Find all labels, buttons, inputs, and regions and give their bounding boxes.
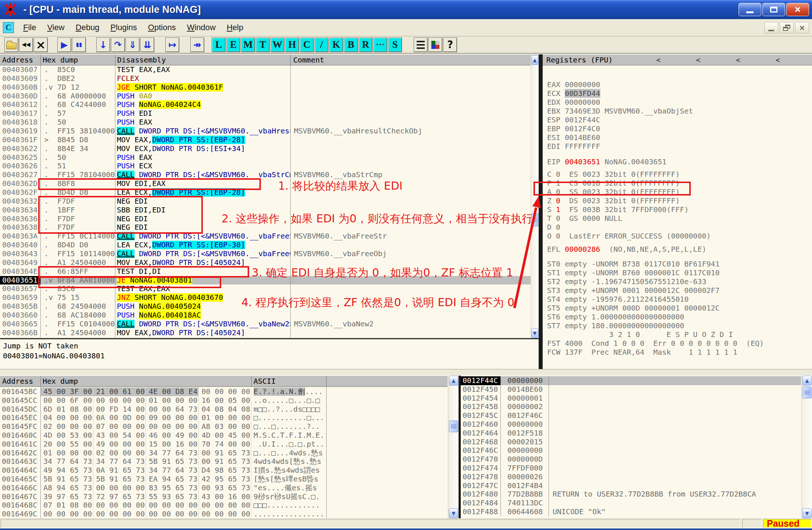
pause-button[interactable]: ▮▮ — [72, 37, 86, 52]
disasm-address[interactable]: 0040365B — [0, 302, 40, 311]
mdi-restore-button[interactable] — [780, 22, 794, 33]
disasm-row-00403625[interactable]: 00403625.50PUSH EAX — [0, 153, 531, 162]
step-into-button[interactable]: ↓ — [96, 37, 110, 52]
menu-window[interactable]: Window — [182, 21, 221, 34]
disasm-row-00403618[interactable]: 00403618.50PUSH EAX — [0, 118, 531, 127]
disasm-address[interactable]: 0040363A — [0, 232, 40, 241]
help-button[interactable]: ? — [443, 37, 457, 52]
disasm-address[interactable]: 00403660 — [0, 311, 40, 320]
register-line[interactable]: FCW 137F Prec NEAR,64 Mask 1 1 1 1 1 1 — [547, 348, 737, 357]
disasm-address[interactable]: 00403636 — [0, 215, 40, 223]
view-windows-button[interactable]: W — [270, 37, 284, 52]
stack-row-0012F450[interactable]: 0012F4500014BE60 — [461, 385, 801, 394]
disasm-row-00403649[interactable]: 00403649.A1 24504000MOV EAX,DWORD PTR DS… — [0, 258, 531, 267]
view-threads-button[interactable]: T — [256, 37, 270, 52]
register-line[interactable]: ST0 empty -UNORM B738 0117C010 BF61F941 — [547, 259, 720, 268]
disasm-row-00403632[interactable]: 00403632.F7DFNEG EDI — [0, 197, 531, 206]
disasm-address[interactable]: 00403651 — [0, 276, 40, 285]
disasm-address[interactable]: 0040366B — [0, 329, 40, 337]
register-line[interactable]: O 0 LastErr ERROR_SUCCESS (00000000) — [547, 232, 711, 240]
stack-row-0012F44C[interactable]: 0012F44C00000000 — [461, 376, 801, 385]
close-button[interactable]: × — [786, 3, 809, 16]
register-line[interactable]: A 0 SS 0023 32bit 0(FFFFFFFF) — [547, 187, 680, 196]
disasm-address[interactable]: 00403622 — [0, 144, 40, 153]
registers-history-arrows[interactable]: < < < < < — [656, 55, 811, 64]
disasm-address[interactable]: 00403607 — [0, 65, 40, 74]
minimize-button[interactable] — [739, 3, 761, 16]
view-memory-button[interactable]: M — [241, 37, 255, 52]
view-patches-button[interactable]: / — [315, 37, 328, 52]
disasm-address[interactable]: 00403665 — [0, 320, 40, 329]
maximize-button[interactable] — [762, 3, 785, 16]
disasm-row-00403651[interactable]: 00403651.v0F84 AA010000JE NoNAG.00403801 — [0, 276, 531, 285]
dump-col-ascii[interactable]: ASCII — [254, 377, 276, 386]
disasm-row-00403609[interactable]: 00403609.DBE2FCLEX — [0, 74, 531, 83]
disasm-address[interactable]: 0040361F — [0, 136, 40, 144]
menu-plugins[interactable]: Plugins — [105, 21, 143, 34]
mdi-minimize-button[interactable] — [764, 22, 778, 33]
register-line[interactable]: EDX 00000000 — [547, 98, 600, 107]
stack-row-0012F464[interactable]: 0012F4640012F518 — [461, 429, 801, 438]
disasm-row-0040361F[interactable]: 0040361F>8B45 D8MOV EAX,DWORD PTR SS:[EB… — [0, 136, 531, 144]
scroll-down-icon[interactable]: ▼ — [802, 508, 812, 518]
animate-into-button[interactable]: ⇓ — [126, 37, 140, 52]
panel-divider[interactable] — [539, 54, 543, 369]
cpu-window-icon[interactable]: C — [3, 22, 14, 33]
scroll-thumb[interactable] — [449, 420, 458, 432]
register-line[interactable]: EFL 00000286 (NO,NB,NE,A,S,PE,L,LE) — [547, 245, 706, 254]
register-line[interactable]: Z 0 DS 0023 32bit 0(FFFFFFFF) — [547, 196, 680, 205]
disasm-row-0040364E[interactable]: 0040364E.66:85FFTEST DI,DI — [0, 267, 531, 276]
dump-row-0016469C[interactable]: 0016469C00 00 00 0000 00 00 0000 00 00 0… — [0, 510, 448, 518]
disasm-row-0040362D[interactable]: 0040362D.8BF8MOV EDI,EAX — [0, 179, 531, 188]
scroll-down-icon[interactable]: ▼ — [531, 328, 538, 338]
dump-row-001645FC[interactable]: 001645FC02 00 00 0007 00 00 0000 00 00 0… — [0, 422, 448, 431]
menu-file[interactable]: File — [18, 21, 42, 34]
disasm-row-00403612[interactable]: 00403612.68 C4244000PUSH NoNAG.004024C4 — [0, 100, 531, 109]
stack-row-0012F45C[interactable]: 0012F45C0012F46C — [461, 411, 801, 420]
scroll-down-icon[interactable]: ▼ — [449, 508, 458, 518]
stack-row-0012F458[interactable]: 0012F45800000002 — [461, 402, 801, 411]
register-line[interactable]: S 1 FS 003B 32bit 7FFDF000(FFF) — [547, 205, 689, 214]
view-cpu-button[interactable]: C — [300, 37, 314, 52]
disasm-row-00403617[interactable]: 00403617.57PUSH EDI — [0, 109, 531, 118]
disasm-address[interactable]: 00403618 — [0, 118, 40, 127]
col-disassembly[interactable]: Disassembly — [117, 55, 166, 64]
dump-row-001645EC[interactable]: 001645EC04 00 00 000A 00 0D 0009 00 00 0… — [0, 413, 448, 422]
register-line[interactable]: ESI 0014BE60 — [547, 133, 600, 142]
view-executables-button[interactable]: E — [226, 37, 240, 52]
register-line[interactable]: ST5 empty +UNORM 000D 00000001 0000012C — [547, 304, 720, 312]
stack-scrollbar[interactable]: ▲ ▼ — [802, 376, 812, 518]
disasm-row-00403634[interactable]: 00403634.1BFFSBB EDI,EDI — [0, 206, 531, 215]
disasm-row-00403607[interactable]: 00403607.85C0TEST EAX,EAX — [0, 65, 531, 74]
stack-row-0012F488[interactable]: 0012F48800644608UNICODE "Ok" — [461, 508, 801, 516]
dump-row-0016465C[interactable]: 0016465C5B 91 65 735B 91 65 73EA 94 65 7… — [0, 475, 448, 484]
register-line[interactable]: EBX 73469E3D MSVBVM60.__vbaObjSet — [547, 107, 693, 115]
disasm-address[interactable]: 0040360B — [0, 83, 40, 92]
disasm-row-00403638[interactable]: 00403638.F7DFNEG EDI — [0, 223, 531, 232]
view-references-button[interactable]: R — [359, 37, 373, 52]
view-log-button[interactable]: L — [212, 37, 226, 52]
disasm-row-00403659[interactable]: 00403659.v75 15JNZ SHORT NoNAG.00403670 — [0, 293, 531, 302]
disasm-row-00403622[interactable]: 00403622.8B4E 34MOV ECX,DWORD PTR DS:[ES… — [0, 144, 531, 153]
register-line[interactable]: EDI FFFFFFFF — [547, 142, 600, 151]
register-line[interactable]: FST 4000 Cond 1 0 0 0 Err 0 0 0 0 0 0 0 … — [547, 339, 764, 348]
step-over-button[interactable]: ↷ — [111, 37, 125, 52]
stack-row-0012F460[interactable]: 0012F46000000000 — [461, 420, 801, 429]
scroll-up-icon[interactable]: ▲ — [449, 376, 458, 386]
col-hexdump[interactable]: Hex dump — [43, 55, 78, 64]
open-file-button[interactable] — [4, 37, 18, 52]
disasm-row-0040362F[interactable]: 0040362F.8D4D D8LEA ECX,DWORD PTR SS:[EB… — [0, 188, 531, 197]
disasm-row-0040360D[interactable]: 0040360D.68 A0000000PUSH 0A0 — [0, 92, 531, 101]
run-button[interactable]: ▶ — [57, 37, 71, 52]
disasm-row-00403657[interactable]: 00403657.85C0TEST EAX,EAX — [0, 284, 531, 293]
disasm-row-00403665[interactable]: 00403665.FF15 C0104000CALL DWORD PTR DS:… — [0, 320, 531, 329]
disasm-address[interactable]: 00403612 — [0, 100, 40, 109]
stack-row-0012F474[interactable]: 0012F4747FFDF000 — [461, 464, 801, 473]
stack-row-0012F480[interactable]: 0012F48077D2B8BBRETURN to USER32.77D2B8B… — [461, 490, 801, 499]
scroll-up-icon[interactable]: ▲ — [531, 55, 538, 65]
horizontal-splitter[interactable] — [0, 369, 812, 376]
disasm-row-00403626[interactable]: 00403626.51PUSH ECX — [0, 162, 531, 171]
register-line[interactable]: ST4 empty -195976.21122416455010 — [547, 295, 689, 304]
register-line[interactable]: C 0 ES 0023 32bit 0(FFFFFFFF) — [547, 170, 680, 179]
disasm-address[interactable]: 00403657 — [0, 284, 40, 293]
